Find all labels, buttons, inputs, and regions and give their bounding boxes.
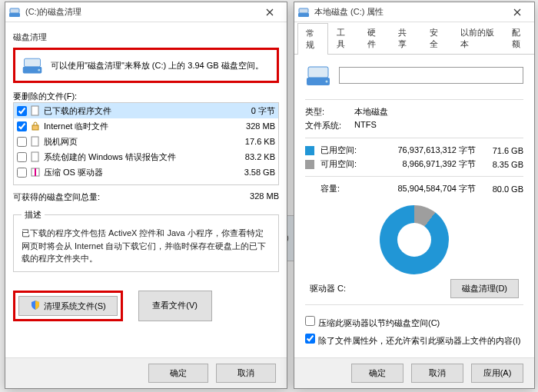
file-checkbox[interactable]	[17, 121, 27, 131]
file-row[interactable]: 脱机网页 17.6 KB	[14, 134, 278, 149]
summary-text: 可以使用"磁盘清理"来释放 (C:) 上的 3.94 GB 磁盘空间。	[51, 60, 264, 71]
file-label: 已下载的程序文件	[44, 105, 221, 117]
used-color-swatch	[305, 146, 314, 155]
disk-cleanup-button[interactable]: 磁盘清理(D)	[450, 279, 519, 298]
filesystem-label: 文件系统:	[305, 120, 354, 131]
svg-rect-5	[32, 106, 38, 115]
clean-system-files-button[interactable]: 清理系统文件(S)	[18, 296, 118, 316]
titlebar[interactable]: (C:)的磁盘清理	[5, 2, 287, 22]
file-size: 83.2 KB	[221, 152, 275, 161]
drive-icon	[22, 55, 43, 76]
cancel-button[interactable]: 取消	[411, 364, 463, 383]
svg-rect-13	[308, 67, 328, 78]
file-size: 328 MB	[221, 121, 275, 131]
file-label: 脱机网页	[44, 136, 221, 148]
files-list[interactable]: 已下载的程序文件 0 字节 Internet 临时文件 328 MB 脱机网页 …	[13, 102, 279, 185]
svg-point-4	[38, 69, 40, 71]
window-title: (C:)的磁盘清理	[25, 6, 256, 18]
disk-cleanup-window: (C:)的磁盘清理 磁盘清理 可以使用"磁盘清理"来释放 (C:) 上的 3.9…	[5, 2, 287, 389]
drive-letter-label: 驱动器 C:	[310, 283, 346, 294]
capacity-human: 80.0 GB	[480, 184, 523, 194]
compress-checkbox-row[interactable]: 压缩此驱动器以节约磁盘空间(C)	[305, 316, 523, 329]
compress-checkbox[interactable]	[305, 316, 315, 326]
summary-highlight: 可以使用"磁盘清理"来释放 (C:) 上的 3.94 GB 磁盘空间。	[13, 48, 279, 83]
close-button[interactable]	[256, 3, 284, 22]
filesystem-value: NTFS	[354, 120, 377, 131]
titlebar[interactable]: 本地磁盘 (C:) 属性	[294, 2, 534, 22]
svg-rect-6	[32, 125, 38, 130]
drive-large-icon	[305, 62, 331, 88]
free-human: 8.35 GB	[480, 160, 523, 169]
lock-icon	[30, 121, 41, 131]
description-legend: 描述	[22, 209, 45, 221]
page-icon	[30, 136, 41, 147]
capacity-label: 容量:	[320, 183, 367, 194]
files-to-delete-label: 要删除的文件(F):	[13, 91, 279, 102]
svg-rect-10	[298, 13, 309, 17]
ok-button[interactable]: 确定	[148, 364, 208, 383]
gain-label: 可获得的磁盘空间总量:	[13, 191, 225, 203]
file-checkbox[interactable]	[17, 152, 27, 162]
close-button[interactable]	[503, 3, 531, 22]
ok-button[interactable]: 确定	[351, 364, 404, 383]
usage-donut-chart	[380, 205, 449, 274]
section-title: 磁盘清理	[13, 32, 279, 43]
drive-properties-window: 本地磁盘 (C:) 属性 常规 工具 硬件 共享 安全 以前的版本 配额 类型:…	[294, 2, 535, 389]
tab-security[interactable]: 安全	[421, 22, 452, 54]
tab-hardware[interactable]: 硬件	[359, 22, 390, 54]
volume-label-input[interactable]	[339, 67, 523, 84]
tab-sharing[interactable]: 共享	[390, 22, 420, 54]
free-label: 可用空间:	[320, 158, 367, 170]
type-label: 类型:	[305, 106, 354, 118]
file-checkbox[interactable]	[17, 168, 27, 178]
svg-rect-3	[25, 58, 41, 67]
file-label: 系统创建的 Windows 错误报告文件	[44, 151, 221, 163]
cancel-button[interactable]: 取消	[216, 364, 276, 383]
close-icon	[513, 8, 521, 16]
page-icon	[30, 105, 41, 116]
file-row[interactable]: 系统创建的 Windows 错误报告文件 83.2 KB	[14, 149, 278, 164]
dialog-footer: 确定 取消	[5, 357, 287, 388]
tab-strip: 常规 工具 硬件 共享 安全 以前的版本 配额	[294, 22, 534, 55]
gain-value: 328 MB	[225, 191, 279, 203]
window-title: 本地磁盘 (C:) 属性	[314, 6, 503, 18]
file-row[interactable]: 已下载的程序文件 0 字节	[14, 103, 278, 118]
view-files-button[interactable]: 查看文件(V)	[138, 291, 212, 321]
file-size: 0 字节	[221, 105, 275, 117]
file-label: Internet 临时文件	[44, 121, 221, 132]
close-icon	[266, 8, 274, 16]
page-icon	[30, 151, 41, 162]
file-row[interactable]: Internet 临时文件 328 MB	[14, 118, 278, 134]
capacity-bytes: 85,904,584,704 字节	[371, 183, 476, 194]
apply-button[interactable]: 应用(A)	[471, 364, 523, 383]
index-checkbox-row[interactable]: 除了文件属性外，还允许索引此驱动器上文件的内容(I)	[305, 334, 523, 347]
description-group: 描述 已下载的程序文件包括 ActiveX 控件和 Java 小程序，你查看特定…	[13, 209, 279, 272]
used-human: 71.6 GB	[480, 146, 523, 155]
tab-tools[interactable]: 工具	[328, 22, 359, 54]
drive-icon	[297, 6, 310, 18]
shield-icon	[30, 300, 41, 311]
svg-rect-11	[299, 8, 308, 13]
file-size: 3.58 GB	[221, 168, 275, 177]
tab-quota[interactable]: 配额	[503, 22, 534, 54]
free-bytes: 8,966,971,392 字节	[371, 158, 476, 170]
disk-cleanup-app-icon	[8, 6, 21, 18]
svg-rect-0	[9, 13, 20, 17]
used-label: 已用空间:	[320, 145, 367, 156]
clean-system-highlight: 清理系统文件(S)	[13, 291, 123, 321]
svg-rect-8	[32, 152, 38, 161]
tab-general[interactable]: 常规	[297, 23, 328, 55]
file-checkbox[interactable]	[17, 106, 27, 116]
file-checkbox[interactable]	[17, 137, 27, 147]
index-checkbox[interactable]	[305, 334, 315, 344]
type-value: 本地磁盘	[354, 106, 388, 118]
file-row[interactable]: 压缩 OS 驱动器 3.58 GB	[14, 164, 278, 180]
description-text: 已下载的程序文件包括 ActiveX 控件和 Java 小程序，你查看特定网页时…	[22, 227, 271, 265]
file-size: 17.6 KB	[221, 137, 275, 146]
svg-rect-7	[32, 137, 38, 146]
used-bytes: 76,937,613,312 字节	[371, 145, 476, 156]
tab-previous[interactable]: 以前的版本	[452, 22, 503, 54]
svg-point-14	[326, 81, 328, 83]
svg-rect-1	[10, 8, 19, 13]
file-label: 压缩 OS 驱动器	[44, 167, 221, 178]
